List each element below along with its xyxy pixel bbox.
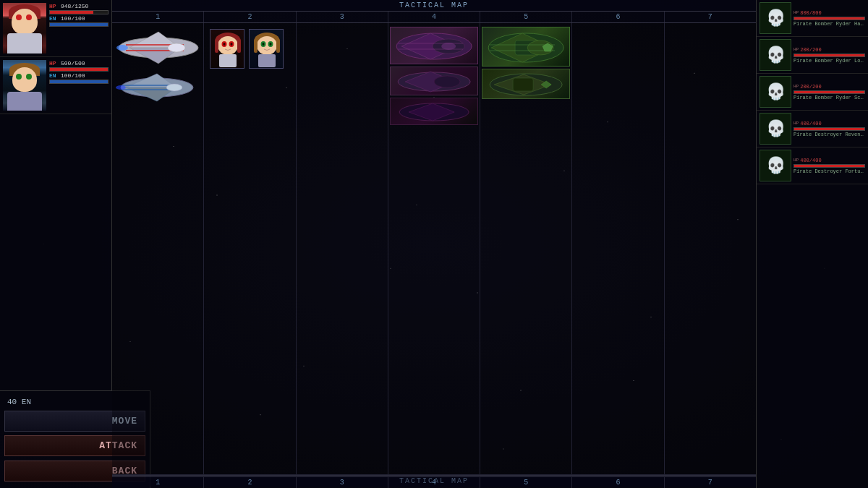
en-value-1: 100/100 [61,15,85,22]
hp-value-1: 948/1250 [61,3,88,9]
col-num-1: 1 [112,12,204,22]
hp-bar-1 [49,10,109,14]
enemy-2-hp-bar [793,53,865,57]
svg-point-29 [263,43,265,46]
enemy-1-hp: 800/800 [800,10,821,16]
enemy-2-hp: 200/200 [800,47,821,53]
grid-area [112,23,756,475]
enemy-3-hp: 200/200 [800,84,821,90]
enemy-5-hp-bar [793,164,865,168]
svg-rect-31 [258,54,276,67]
en-bar-1 [49,22,109,27]
col-num-3: 3 [297,12,388,22]
svg-point-16 [218,36,238,55]
col-num-4: 4 [388,12,480,22]
enemy-3-hp-bar [793,90,865,94]
svg-point-13 [116,85,126,90]
enemy-5-stats: HP 400/400 Pirate Destroyer Fortuna [793,158,865,174]
enemy-card-1: 💀 HP 800/800 Pirate Bomber Ryder Havoc [757,0,868,37]
col-num-6: 6 [572,12,664,22]
enemy-3-stats: HP 200/200 Pirate Bomber Ryder Scoundrel [793,84,865,100]
grid-col-7[interactable] [665,23,756,474]
col-num-b-4: 4 [388,477,480,488]
svg-point-37 [441,43,456,50]
enemy-2-name: Pirate Bomber Ryder Looter [793,58,865,64]
enemy-icon-3: 💀 [760,76,791,108]
skull-icon-2: 💀 [766,46,786,65]
enemy-5-hp: 400/400 [800,158,821,163]
svg-rect-54 [513,78,533,91]
avatar-1 [3,3,46,53]
grid-col-1[interactable] [112,23,204,474]
grid-col-5[interactable] [480,23,572,474]
grid-col-3[interactable] [297,23,388,474]
hp-bar-2 [49,67,109,72]
dark-enemy-3 [390,98,478,125]
col-num-7: 7 [665,12,756,22]
green-enemy-group [482,27,570,99]
svg-rect-32 [254,40,258,53]
enemy-card-3: 💀 HP 200/200 Pirate Bomber Ryder Scoundr… [757,74,868,111]
hp-label-1: HP [49,3,59,9]
svg-point-42 [434,76,460,87]
enemy-card-2: 💀 HP 200/200 Pirate Bomber Ryder Looter [757,37,868,74]
en-value-2: 100/100 [61,72,85,79]
hp-fill-1 [50,11,93,14]
skull-icon-1: 💀 [766,9,786,28]
enemy-icon-5: 💀 [760,150,791,181]
green-enemy-1 [482,27,570,67]
en-fill-2 [50,80,108,83]
en-label-1: EN [49,15,59,22]
enemy-icon-4: 💀 [760,113,791,145]
hp-label-2: HP [49,60,59,67]
skull-icon-5: 💀 [766,156,786,176]
tactical-map: TACTICAL MAP 1 2 3 4 5 6 7 [112,0,756,488]
enemy-4-stats: HP 400/400 Pirate Destroyer Revenge [793,121,865,137]
svg-rect-22 [215,40,218,53]
col-num-b-7: 7 [665,477,756,488]
player-2-stats: HP 500/500 EN 100/100 [49,60,109,85]
col-num-5: 5 [480,12,572,22]
enemy-panel: 💀 HP 800/800 Pirate Bomber Ryder Havoc 💀… [756,0,868,488]
player-1-stats: HP 948/1250 EN 100/100 [49,3,109,27]
enemy-card-5: 💀 HP 400/400 Pirate Destroyer Fortuna [757,147,868,184]
player-ship-1 [115,29,202,67]
svg-point-26 [257,36,277,55]
player-card-2: HP 500/500 EN 100/100 [0,57,111,114]
svg-point-12 [166,84,182,91]
grid-col-6[interactable] [572,23,664,474]
svg-point-5 [168,43,185,52]
enemy-card-4: 💀 HP 400/400 Pirate Destroyer Revenge [757,111,868,147]
grid-col-4[interactable] [388,23,480,474]
column-numbers-top: 1 2 3 4 5 6 7 [112,12,756,23]
enemy-4-name: Pirate Destroyer Revenge [793,132,865,137]
col-num-b-1: 1 [112,477,204,488]
green-enemy-2 [482,69,570,99]
player-card-1: HP 948/1250 EN 100/100 [0,0,111,57]
col-num-b-2: 2 [204,477,296,488]
svg-point-19 [224,43,226,46]
enemy-4-hp: 400/400 [800,121,821,127]
enemy-1-hp-bar [793,17,865,20]
enemy-1-stats: HP 800/800 Pirate Bomber Ryder Havoc [793,10,865,27]
enemy-icon-2: 💀 [760,39,791,71]
chibi-unit-1 [210,29,244,69]
hp-fill-2 [50,68,108,71]
dark-enemy-1 [390,27,478,64]
svg-point-6 [116,45,128,51]
skull-icon-3: 💀 [766,82,786,102]
en-fill-1 [50,23,108,26]
enemy-5-name: Pirate Destroyer Fortuna [793,168,865,174]
en-label-2: EN [49,72,59,79]
enemy-icon-1: 💀 [760,2,791,34]
avatar-2 [3,60,46,111]
enemy-2-stats: HP 200/200 Pirate Bomber Ryder Looter [793,47,865,64]
enemy-3-name: Pirate Bomber Ryder Scoundrel [793,95,865,100]
hp-value-2: 500/500 [61,60,85,67]
dark-enemy-group [390,27,478,125]
col-num-2: 2 [204,12,296,22]
grid-col-2[interactable] [204,23,296,474]
en-bar-2 [49,80,109,84]
col-num-b-3: 3 [297,477,388,488]
skull-icon-4: 💀 [766,119,786,139]
